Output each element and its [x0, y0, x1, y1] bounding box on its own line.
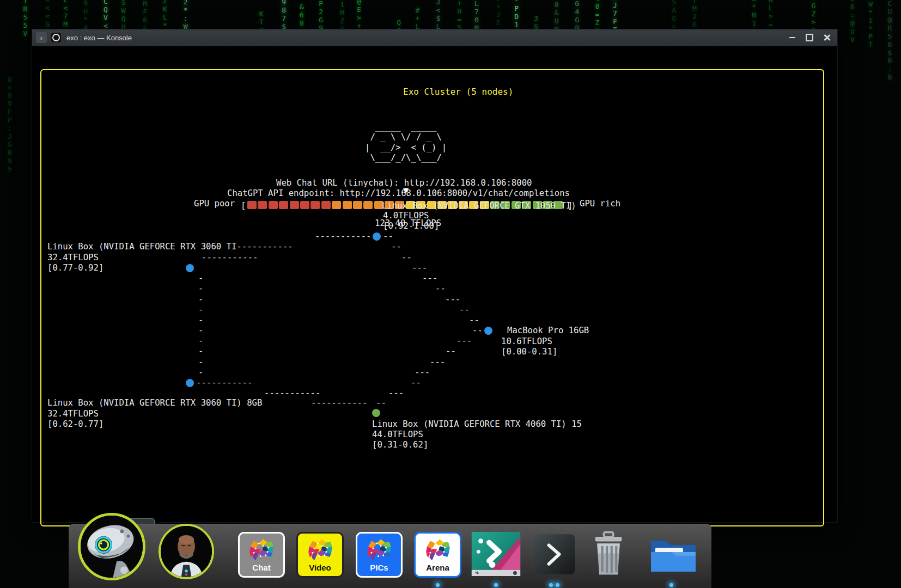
- chat-label: Chat: [252, 563, 270, 572]
- gauge-segment: [247, 201, 257, 209]
- window-menu-icon[interactable]: ›: [36, 32, 47, 43]
- node-label: MacBook Pro 16GB: [507, 325, 589, 336]
- ascii-dash: ---: [430, 357, 445, 367]
- ascii-dash: -----------: [311, 397, 367, 408]
- node-label: [0.92-1.00]: [383, 220, 439, 231]
- ascii-dash: --: [459, 304, 470, 315]
- node-label: [0.00-0.31]: [501, 346, 557, 357]
- minimize-button[interactable]: [787, 33, 797, 42]
- node-label: [0.77-0.92]: [47, 262, 104, 273]
- dock-item-installer[interactable]: [471, 532, 521, 576]
- matrix-rain-column: A E S + A : 5 7 % T W B P W * 1 * P T: [868, 0, 873, 49]
- gauge-segment: [311, 201, 320, 209]
- matrix-rain-column: Q < 9 9 E P : J G B 9 5: [8, 75, 12, 173]
- brain-logo-icon: [246, 536, 277, 565]
- gauge-segment: [363, 201, 373, 209]
- dock-item-man-avatar[interactable]: [159, 524, 214, 579]
- ascii-dash: ---: [445, 294, 460, 305]
- terminal-icon: [533, 534, 575, 574]
- dock-item-chat[interactable]: Chat: [238, 532, 285, 578]
- gauge-segment: [279, 201, 288, 209]
- dock-item-pics[interactable]: PICs: [356, 532, 403, 578]
- gpu-poor-label: GPU poor: [194, 198, 235, 209]
- ascii-dash: -----------: [196, 377, 252, 388]
- node-dot: [373, 232, 381, 241]
- trash-icon: [591, 531, 626, 576]
- gauge-segment: [353, 201, 362, 209]
- brain-logo-icon: [305, 536, 336, 565]
- folder-icon: [648, 535, 698, 574]
- cluster-title: Exo Cluster (5 nodes): [398, 87, 519, 97]
- window-titlebar[interactable]: › exo : exo — Konsole: [32, 29, 837, 46]
- gauge-segment: [300, 201, 309, 209]
- api-endpoint: ChatGPT API endpoint: http://192.168.0.1…: [227, 188, 570, 199]
- ascii-dash: -: [198, 367, 203, 378]
- gauge-segment: [258, 201, 267, 209]
- running-indicator: [556, 583, 559, 587]
- ascii-dash: ---: [422, 273, 437, 284]
- matrix-rain-column: 4 > 6 F 5 Q 5 0 # 5 & T R 5 5 V: [23, 0, 27, 38]
- node-label: Linux Box (NVIDIA GEFORCE GTX 1050 TI): [382, 200, 576, 211]
- ascii-dash: -: [198, 325, 203, 336]
- dock-item-arena[interactable]: Arena: [414, 532, 461, 578]
- terminal-viewport[interactable]: Exo Cluster (5 nodes) _____ _____ / _ \ …: [32, 46, 837, 522]
- gauge-segment: [343, 201, 352, 209]
- running-indicator: [494, 583, 498, 587]
- maximize-button[interactable]: [805, 33, 814, 42]
- matrix-rain-column: V D % H 6 A P 4 U N = 8 2 5 * G & S C V …: [850, 0, 855, 44]
- ascii-dash: ---: [415, 367, 430, 378]
- ascii-dash: ---: [412, 262, 427, 273]
- node-dot: [484, 327, 492, 335]
- dock-item-file-manager[interactable]: [648, 535, 698, 574]
- ascii-dash: --: [469, 315, 479, 326]
- ascii-dash: -: [198, 357, 203, 367]
- maximize-icon: [806, 34, 813, 41]
- ascii-dash: ---: [388, 388, 404, 399]
- node-label: 4.0TFLOPS: [383, 210, 429, 221]
- ascii-dash: -----------: [202, 252, 258, 263]
- ascii-dash: --: [411, 377, 421, 388]
- node-label: Linux Box (NVIDIA GEFORCE RTX 3060 TI) 8…: [47, 397, 262, 408]
- konsole-window: › exo : exo — Konsole Exo Cluster (5 nod…: [32, 29, 838, 523]
- node-label: Linux Box (NVIDIA GEFORCE RTX 4060 TI) 1…: [372, 419, 582, 430]
- running-indicator: [669, 583, 673, 587]
- ascii-dash: -: [198, 283, 203, 294]
- gauge-left-bracket: [: [241, 200, 246, 211]
- node-label: 32.4TFLOPS: [47, 408, 99, 419]
- running-indicator: [436, 583, 440, 587]
- robot-avatar: [81, 516, 143, 578]
- ascii-dash: ---: [456, 335, 472, 346]
- node-dot: [186, 264, 194, 272]
- minimize-icon: [789, 37, 795, 38]
- matrix-rain-column: W % A J @ % F E $ N & > $ + 7 P 6 X F U …: [319, 0, 323, 32]
- ascii-dash: -----------: [315, 231, 371, 242]
- gauge-segment: [269, 201, 278, 209]
- pics-label: PICs: [370, 563, 388, 572]
- dock-item-video[interactable]: Video: [296, 532, 344, 578]
- node-label: 32.4TFLOPS: [47, 252, 99, 263]
- node-dot: [372, 409, 380, 417]
- gauge-segment: [332, 201, 341, 209]
- ascii-dash: -----------: [264, 388, 320, 399]
- ascii-dash: --: [391, 241, 401, 252]
- ascii-dash: --: [376, 397, 386, 408]
- arena-label: Arena: [426, 563, 449, 572]
- dock-item-terminal[interactable]: [533, 534, 575, 574]
- ascii-dash: -: [198, 273, 203, 284]
- close-button[interactable]: [822, 33, 832, 42]
- konsole-app-icon: [51, 33, 61, 42]
- man-avatar: [161, 526, 212, 577]
- brain-logo-icon: [423, 536, 453, 565]
- node-label: [0.62-0.77]: [47, 419, 104, 430]
- gauge-marker-icon: ▼: [403, 186, 409, 194]
- node-label: 10.6TFLOPS: [501, 336, 552, 347]
- ascii-dash: --: [401, 252, 412, 263]
- ascii-dash: -: [198, 294, 203, 305]
- dock-item-robot-avatar[interactable]: [78, 513, 145, 580]
- ascii-dash: -: [198, 315, 203, 326]
- dock-item-trash[interactable]: [591, 531, 626, 576]
- exo-ascii-logo: _____ _____ / _ \ \/ / _ \ | __/> < (_) …: [365, 122, 447, 164]
- gauge-segment: [321, 201, 331, 209]
- brain-logo-icon: [364, 536, 394, 565]
- node-label: Linux Box (NVIDIA GEFORCE RTX 3060 TI---…: [47, 241, 293, 252]
